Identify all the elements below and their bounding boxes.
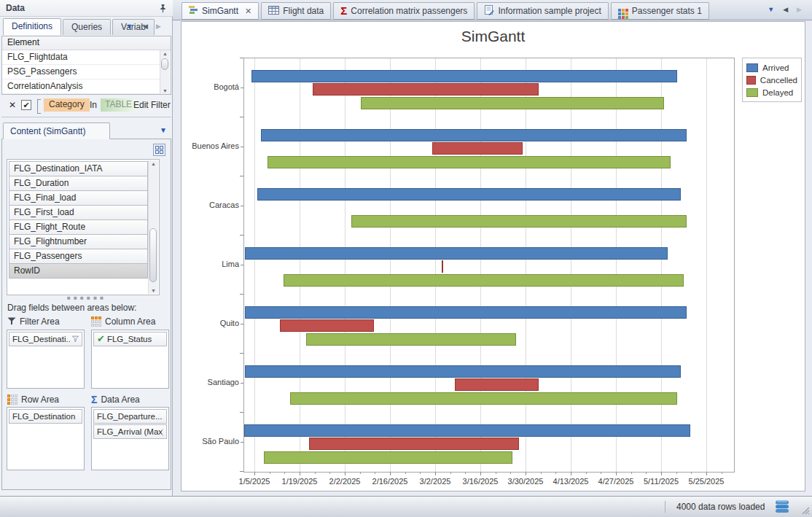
row-area-box[interactable]: FLG_Destination	[7, 407, 85, 470]
sigma-icon: Σ	[91, 395, 97, 404]
y-axis-tick	[241, 88, 243, 88]
x-axis-label: 5/25/2025	[681, 477, 732, 486]
tab-scroll-right-icon[interactable]: ▶	[156, 23, 161, 30]
area-field-chip[interactable]: ✔FLG_Status	[93, 332, 167, 346]
filter-operator[interactable]: In	[90, 100, 97, 110]
tab-dropdown-icon[interactable]: ▼	[126, 23, 133, 30]
filter-group-bracket	[37, 99, 41, 114]
field-item[interactable]: FLG_Flight_Route	[9, 219, 148, 235]
area-field-chip[interactable]: FLG_Departure...	[93, 409, 167, 424]
element-list-header: Element	[2, 36, 171, 50]
column-area-header: Column Area	[91, 316, 155, 327]
gantt-bar-arrived	[245, 365, 681, 378]
element-row[interactable]: CorrelationAnalysis	[2, 79, 171, 94]
x-axis-tick	[571, 472, 571, 475]
area-field-chip[interactable]: FLG_Destinati...	[9, 332, 82, 346]
filter-value-chip[interactable]: TABLE	[101, 98, 136, 112]
check-icon: ✔	[97, 333, 105, 346]
gantt-bar-delayed	[290, 392, 677, 405]
gridline	[480, 58, 481, 472]
panel-tab-queries[interactable]: Queries	[63, 19, 111, 35]
status-message: 4000 data rows loaded	[676, 502, 765, 512]
x-axis-tick	[254, 472, 255, 475]
gantt-bar-cancelled	[442, 260, 443, 273]
field-item[interactable]: FLG_Duration	[9, 176, 148, 191]
panel-tab-variab[interactable]: Variab	[112, 19, 155, 35]
field-item[interactable]: FLG_First_load	[9, 205, 148, 220]
document-icon	[484, 5, 494, 18]
gridline	[390, 58, 391, 472]
x-axis-label: 4/13/2025	[545, 477, 596, 486]
area-field-chip[interactable]: FLG_Arrival (Max)	[93, 424, 167, 439]
field-list: FLG_Destination_IATAFLG_DurationFLG_Fina…	[7, 159, 160, 295]
legend-item: Delayed	[746, 86, 797, 98]
data-panel-titlebar: Data	[0, 0, 173, 17]
edit-filter-link[interactable]: Edit Filter	[133, 100, 171, 110]
splitter-handle[interactable]: ■ ■ ■ ■ ■ ■	[2, 296, 169, 300]
y-axis-label: Lima	[183, 260, 239, 268]
document-tab-bar: SimGantt✕Flight dataΣCorrelation matrix …	[173, 0, 812, 20]
document-tab-passenger-stats-1[interactable]: Passenger stats 1	[611, 2, 709, 20]
scroll-down-icon[interactable]: ▼	[149, 288, 158, 293]
y-axis-boundary-tick	[240, 235, 243, 236]
filter-enabled-checkbox[interactable]: ✔	[21, 100, 31, 110]
gantt-bar-arrived	[261, 129, 687, 141]
scroll-down-icon[interactable]: ▼	[160, 88, 170, 93]
field-item[interactable]: FLG_Flightnumber	[9, 234, 148, 249]
document-tab-flight-data[interactable]: Flight data	[261, 2, 331, 20]
filter-area-box[interactable]: FLG_Destinati...	[7, 330, 85, 389]
area-field-chip[interactable]: FLG_Destination	[9, 409, 82, 424]
application-window: Data DefinitionsQueriesVariab ▼ ◀ ▶ Elem…	[0, 0, 812, 517]
data-panel-title: Data	[6, 3, 25, 13]
clear-filter-icon[interactable]: ✕	[9, 100, 16, 110]
scrollbar-thumb[interactable]	[149, 228, 157, 282]
database-icon[interactable]	[774, 500, 790, 516]
element-row[interactable]: FLG_Flightdata	[2, 50, 171, 65]
document-tab-information-sample-project[interactable]: Information sample project	[477, 2, 608, 20]
field-item[interactable]: FLG_Final_load	[9, 190, 148, 206]
panel-tab-definitions[interactable]: Definitions	[3, 18, 61, 35]
document-tab-simgantt[interactable]: SimGantt✕	[181, 2, 259, 20]
scroll-up-icon[interactable]: ▲	[160, 51, 170, 56]
element-list-scrollbar[interactable]: ▲ ▼	[160, 50, 170, 94]
legend-swatch	[746, 88, 758, 97]
layout-grid-button[interactable]	[153, 144, 165, 156]
column-grid-icon	[91, 316, 101, 327]
data-area-box[interactable]: FLG_Departure...FLG_Arrival (Max)	[91, 407, 169, 470]
gantt-bar-delayed	[268, 156, 671, 168]
x-axis-minor-tick	[586, 472, 587, 474]
content-section-tab[interactable]: Content (SimGantt)	[3, 123, 110, 139]
field-list-scrollbar[interactable]: ▲ ▼	[148, 160, 158, 294]
resize-grip[interactable]	[801, 506, 810, 515]
tab-list-dropdown-icon[interactable]: ▼	[768, 6, 774, 13]
legend-item: Arrived	[746, 61, 797, 74]
x-axis-tick	[526, 472, 526, 475]
scroll-up-icon[interactable]: ▲	[149, 161, 158, 166]
scrollbar-thumb[interactable]	[161, 58, 168, 70]
filter-field-chip[interactable]: Category	[44, 98, 90, 112]
tab-scroll-right-icon[interactable]: ▶	[797, 6, 802, 13]
y-axis-boundary-tick	[240, 471, 243, 472]
field-item[interactable]: FLG_Passengers	[9, 249, 148, 264]
tab-scroll-left-icon[interactable]: ◀	[143, 23, 148, 30]
element-row[interactable]: PSG_Passengers	[2, 65, 171, 79]
x-axis-minor-tick	[465, 472, 466, 474]
x-axis-minor-tick	[496, 472, 496, 474]
tab-scroll-left-icon[interactable]: ◀	[783, 6, 788, 13]
x-axis-tick	[435, 472, 436, 475]
content-dropdown-icon[interactable]: ▼	[160, 126, 167, 134]
document-tab-correlation-matrix-passengers[interactable]: ΣCorrelation matrix passengers	[333, 2, 475, 20]
gantt-bar-arrived	[244, 424, 690, 437]
x-axis-minor-tick	[360, 472, 361, 474]
field-item[interactable]: FLG_Destination_IATA	[9, 161, 148, 176]
column-area-box[interactable]: ✔FLG_Status	[91, 330, 169, 389]
close-tab-icon[interactable]: ✕	[245, 7, 251, 16]
filter-funnel-icon[interactable]	[72, 333, 79, 346]
funnel-icon	[7, 316, 16, 327]
filter-area-header: Filter Area	[7, 316, 60, 327]
field-item[interactable]: RowID	[9, 263, 148, 279]
chart-title: SimGantt	[181, 28, 805, 45]
y-axis-label: São Paulo	[183, 437, 239, 446]
pin-icon[interactable]	[159, 4, 167, 15]
x-axis-minor-tick	[405, 472, 406, 474]
